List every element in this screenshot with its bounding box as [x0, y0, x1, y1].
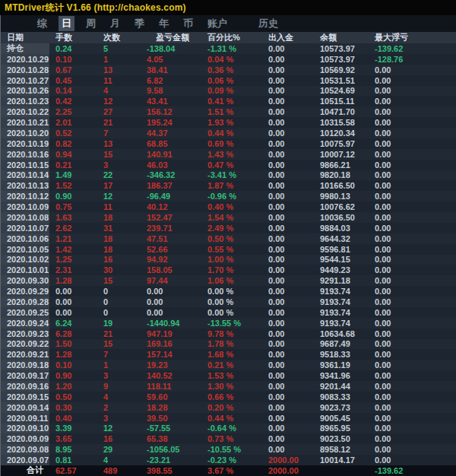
table-row[interactable]: 2020.10.021.251694.921.00 %0.009544.150.…	[1, 255, 456, 265]
table-row[interactable]: 2020.10.051.421852.660.55 %0.009596.810.…	[1, 244, 456, 255]
cell-lots: 1.25	[49, 255, 98, 265]
cell-maxdd: 0.00	[372, 413, 456, 424]
tab-ji[interactable]: 季	[131, 16, 147, 31]
cell-maxdd: 0.00	[372, 255, 456, 265]
table-row[interactable]: 2020.09.211.287157.141.68 %0.009518.330.…	[1, 349, 456, 360]
cell-cash: 0.00	[265, 265, 317, 275]
cell-lots: 0.82	[49, 138, 98, 149]
cell-lots: 0.00	[49, 286, 98, 297]
tab-bi[interactable]: 币	[180, 16, 196, 31]
table-row[interactable]: 2020.10.200.52744.370.44 %0.0010120.340.…	[1, 128, 456, 138]
cell-maxdd: 0.00	[372, 244, 456, 255]
table-row[interactable]: 2020.10.260.1449.580.09 %0.0010524.690.0…	[1, 86, 456, 97]
table-row[interactable]: 2020.10.061.211847.510.50 %0.009644.320.…	[1, 233, 456, 244]
table-row[interactable]: 2020.09.246.2419-1440.94-13.55 %0.009193…	[1, 318, 456, 328]
table-row[interactable]: 2020.09.250.0000.000.00 %0.009193.740.00	[1, 307, 456, 318]
cell-lots: 0.50	[49, 392, 98, 402]
table-row[interactable]: 2020.09.093.651665.380.73 %0.009023.500.…	[1, 433, 456, 444]
column-header-4: 百分比%	[204, 32, 265, 43]
table-row[interactable]: 2020.10.230.421243.410.41 %0.0010515.110…	[1, 96, 456, 106]
tab-yue[interactable]: 月	[107, 16, 123, 31]
table-row[interactable]: 2020.10.222.2527156.121.51 %0.0010471.70…	[1, 106, 456, 117]
cell-pct: 0.41 %	[204, 96, 265, 106]
cell-maxdd: 0.00	[372, 96, 456, 106]
cell-trades: 15	[98, 149, 144, 160]
cell-pct: 0.21 %	[204, 360, 265, 370]
table-row[interactable]: 2020.10.150.21346.030.47 %0.009866.210.0…	[1, 160, 456, 170]
cell-trades: 13	[98, 138, 144, 149]
cell-cash: 0.00	[265, 106, 317, 117]
table-row[interactable]: 2020.09.301.281597.441.06 %0.009291.180.…	[1, 275, 456, 286]
cell-maxdd: 0.00	[372, 265, 456, 275]
table-row[interactable]: 2020.10.160.9415140.911.43 %0.0010007.12…	[1, 149, 456, 160]
total-row[interactable]: 合计62.57489398.553.67 %2000.00-139.62	[1, 465, 456, 476]
cell-trades: 4	[98, 455, 144, 465]
cell-balance: 9518.33	[317, 349, 372, 360]
table-row[interactable]: 2020.10.190.821368.850.69 %0.0010075.970…	[1, 138, 456, 149]
table-row[interactable]: 2020.10.120.9012-96.49-0.96 %0.009980.13…	[1, 191, 456, 202]
tab-zong[interactable]: 综	[34, 16, 50, 31]
table-row[interactable]: 2020.09.140.30218.280.20 %0.009023.730.0…	[1, 402, 456, 413]
table-row[interactable]: 2020.09.170.903140.521.53 %0.009341.960.…	[1, 370, 456, 381]
cell-pnl: -96.49	[144, 191, 204, 202]
table-row[interactable]: 2020.10.141.4922-346.32-3.41 %0.009820.1…	[1, 170, 456, 181]
cell-lots: 1.28	[49, 349, 98, 360]
cell-cash: 0.00	[265, 128, 317, 138]
table-row[interactable]: 2020.09.088.9529-1056.05-10.55 %0.008958…	[1, 444, 456, 455]
cell-trades: 16	[98, 255, 144, 265]
table-row[interactable]: 2020.10.090.751140.120.40 %0.0010076.620…	[1, 202, 456, 212]
table-row[interactable]: 2020.10.072.6231239.712.49 %0.009884.030…	[1, 223, 456, 233]
table-row[interactable]: 2020.10.290.1014.050.04 %0.0010573.97-12…	[1, 54, 456, 65]
table-row[interactable]: 2020.09.110.40339.500.44 %0.009005.450.0…	[1, 413, 456, 424]
cell-date: 2020.09.18	[1, 360, 49, 370]
table-row[interactable]: 2020.09.280.0000.000.00 %0.009193.740.00	[1, 297, 456, 307]
cell-cash: 0.00	[265, 392, 317, 402]
cell-maxdd: 0.00	[372, 117, 456, 128]
cell-maxdd: -139.62	[372, 43, 456, 54]
table-row[interactable]: 2020.10.280.671338.410.36 %0.0010569.920…	[1, 65, 456, 75]
table-row[interactable]: 2020.10.012.3130158.051.70 %0.009449.230…	[1, 265, 456, 275]
cell-pnl: 9.58	[144, 86, 204, 97]
table-row[interactable]: 2020.09.070.814-23.21-0.23 %2000.0010014…	[1, 455, 456, 465]
cell-maxdd: 0.00	[372, 392, 456, 402]
table-row[interactable]: 2020.09.236.2821947.199.78 %0.0010634.68…	[1, 328, 456, 339]
tab-zhanghu[interactable]: 账户	[204, 16, 230, 31]
table-row[interactable]: 2020.10.212.0121195.241.93 %0.0010315.58…	[1, 117, 456, 128]
tab-ri[interactable]: 日	[59, 16, 74, 31]
cell-date: 2020.10.07	[1, 223, 49, 233]
cell-cash: 0.00	[265, 212, 317, 223]
cell-pct: -10.55 %	[204, 444, 265, 455]
cell-cash: 0.00	[265, 86, 317, 97]
table-row[interactable]: 2020.09.221.5015169.161.78 %0.009687.490…	[1, 339, 456, 350]
cell-cash: 0.00	[265, 424, 317, 434]
table-row[interactable]: 2020.10.270.45116.820.06 %0.0010531.510.…	[1, 75, 456, 86]
table-row[interactable]: 2020.09.103.3912-57.55-0.64 %0.008965.95…	[1, 424, 456, 434]
cell-cash: 0.00	[265, 370, 317, 381]
cell-lots: 0.40	[49, 413, 98, 424]
cell-pct: 1.54 %	[204, 212, 265, 223]
cell-balance: 9005.45	[317, 413, 372, 424]
cell-date: 2020.10.27	[1, 75, 49, 86]
table-row[interactable]: 2020.10.131.5217186.371.87 %0.0010166.50…	[1, 180, 456, 191]
table-row[interactable]: 2020.09.161.209118.111.30 %0.009201.440.…	[1, 381, 456, 392]
table-row[interactable]: 持仓0.245-138.04-1.31 %0.0010573.97-139.62	[1, 43, 456, 54]
cell-balance: 8965.95	[317, 424, 372, 434]
cell-pct: 0.36 %	[204, 65, 265, 75]
cell-pnl: 140.52	[144, 370, 204, 381]
cell-pnl: 947.19	[144, 328, 204, 339]
column-header-3: 盈亏金额	[144, 32, 204, 43]
cell-date: 2020.10.12	[1, 191, 49, 202]
cell-cash: 0.00	[265, 286, 317, 297]
cell-balance: 9193.74	[317, 286, 372, 297]
tab-nian[interactable]: 年	[156, 16, 172, 31]
table-row[interactable]: 2020.09.180.10119.230.21 %0.009361.190.0…	[1, 360, 456, 370]
cell-maxdd: 0.00	[372, 286, 456, 297]
tab-lishi[interactable]: 历史	[255, 16, 281, 31]
tab-zhou[interactable]: 周	[83, 16, 99, 31]
cell-pct: -3.41 %	[204, 170, 265, 181]
table-row[interactable]: 2020.10.081.6318152.471.54 %0.0010036.50…	[1, 212, 456, 223]
cell-cash: 0.00	[265, 360, 317, 370]
table-row[interactable]: 2020.09.290.0000.000.00 %0.009193.740.00	[1, 286, 456, 297]
cell-date: 2020.10.28	[1, 65, 49, 75]
table-row[interactable]: 2020.09.150.50459.600.66 %0.009083.330.0…	[1, 392, 456, 402]
